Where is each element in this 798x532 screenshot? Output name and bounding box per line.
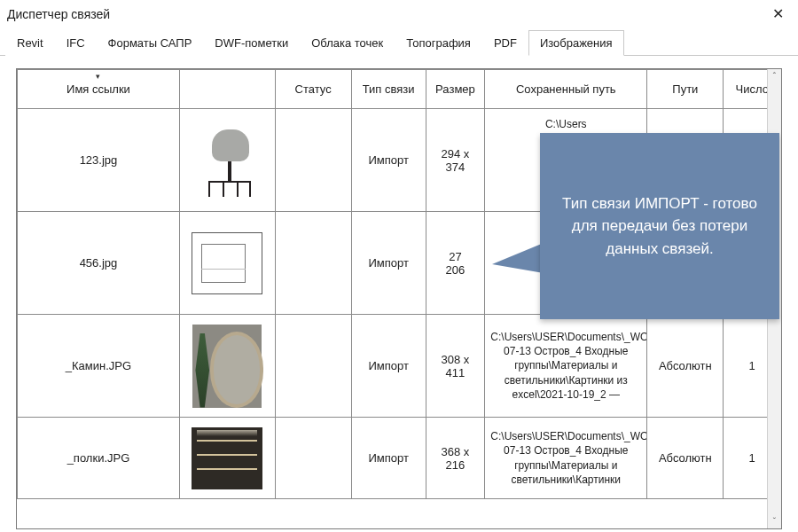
thumb-chair-icon [196,121,258,200]
col-header-size[interactable]: Размер [426,70,485,109]
cell-thumbnail [179,315,275,418]
scroll-up-icon[interactable]: ˆ [768,69,781,83]
col-header-name[interactable]: ▾ Имя ссылки [18,70,180,109]
callout-pointer-icon [492,243,544,273]
col-header-thumbnail[interactable] [179,70,275,109]
table-header-row: ▾ Имя ссылки Статус Тип связи Размер Сох… [18,70,781,109]
thumb-mirror-icon [192,325,262,408]
cell-link-type: Импорт [351,418,426,499]
tab-pdf[interactable]: PDF [482,30,528,56]
cell-size: 368 x 216 [426,418,485,499]
col-header-saved-path[interactable]: Сохраненный путь [485,70,647,109]
titlebar: Диспетчер связей ✕ [0,0,798,27]
cell-size: 308 x 411 [426,315,485,418]
cell-size: 27 206 [426,212,485,315]
col-header-paths[interactable]: Пути [647,70,724,109]
cell-thumbnail [179,109,275,212]
tab-ifc[interactable]: IFC [55,30,97,56]
tabstrip: Revit IFC Форматы САПР DWF-пометки Облак… [0,29,798,56]
cell-link-type: Импорт [351,315,426,418]
cell-link-type: Импорт [351,212,426,315]
tab-point-clouds[interactable]: Облака точек [300,30,395,56]
cell-thumbnail [179,212,275,315]
links-table-container: ▾ Имя ссылки Статус Тип связи Размер Сох… [16,68,782,529]
scroll-down-icon[interactable]: ˇ [768,514,781,528]
cell-paths: Абсолютн [647,315,724,418]
window-title: Диспетчер связей [7,7,110,21]
cell-status [275,212,351,315]
cell-status [275,418,351,499]
cell-name: _Камин.JPG [18,315,180,418]
table-row[interactable]: _полки.JPG Импорт 368 x 216 C:\Users\USE… [18,418,781,499]
tab-topography[interactable]: Топография [395,30,482,56]
close-icon[interactable]: ✕ [767,5,789,22]
tab-images[interactable]: Изображения [528,30,624,56]
cell-name: 456.jpg [18,212,180,315]
cell-size: 294 x 374 [426,109,485,212]
annotation-callout: Тип связи ИМПОРТ - готово для передачи б… [540,133,779,319]
cell-saved-path: C:\Users\USER\Documents\_WORK\2021\2021-… [485,315,647,418]
thumb-shelves-icon [192,427,262,489]
cell-status [275,315,351,418]
tab-revit[interactable]: Revit [5,30,55,56]
cell-name: 123.jpg [18,109,180,212]
cell-thumbnail [179,418,275,499]
cell-name: _полки.JPG [18,418,180,499]
thumb-drawing-icon [192,232,262,294]
table-row[interactable]: _Камин.JPG Импорт 308 x 411 C:\Users\USE… [18,315,781,418]
tab-dwf-markups[interactable]: DWF-пометки [203,30,300,56]
cell-saved-path: C:\Users\USER\Documents\_WORK\2021\2021-… [485,418,647,499]
callout-text: Тип связи ИМПОРТ - готово для передачи б… [554,192,765,261]
col-header-status[interactable]: Статус [275,70,351,109]
cell-link-type: Импорт [351,109,426,212]
cell-status [275,109,351,212]
sort-indicator-icon: ▾ [96,72,100,81]
cell-paths: Абсолютн [647,418,724,499]
col-header-link-type[interactable]: Тип связи [351,70,426,109]
tab-cad-formats[interactable]: Форматы САПР [97,30,204,56]
